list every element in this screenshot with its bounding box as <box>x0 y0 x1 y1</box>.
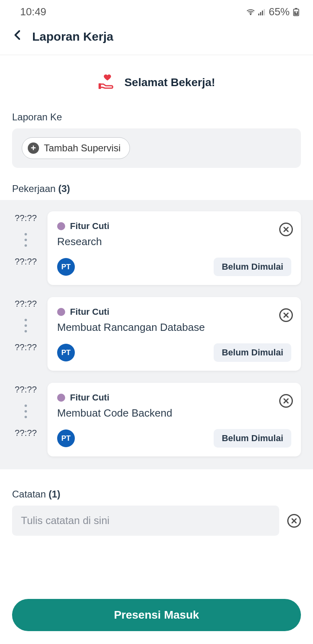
signal-icon <box>257 8 266 17</box>
presensi-masuk-button[interactable]: Presensi Masuk <box>12 599 301 631</box>
close-icon <box>283 226 289 233</box>
notes-section-label: Catatan (1) <box>0 485 313 506</box>
tag-dot-icon <box>57 222 65 230</box>
time-dots-icon <box>25 319 27 332</box>
task-tag: Fitur Cuti <box>57 221 291 231</box>
task-tag: Fitur Cuti <box>57 307 291 317</box>
back-button[interactable] <box>14 29 21 43</box>
close-icon <box>291 518 297 524</box>
task-footer: PT Belum Dimulai <box>57 343 291 362</box>
task-time-start: ??:?? <box>14 384 37 395</box>
status-badge: Belum Dimulai <box>214 429 291 448</box>
close-icon <box>283 398 289 404</box>
notes-label: Catatan <box>12 489 46 500</box>
task-row: ??:?? ??:?? Fitur Cuti Membuat Code Back… <box>12 383 301 456</box>
task-card[interactable]: Fitur Cuti Membuat Code Backend PT Belum… <box>47 383 301 456</box>
task-card[interactable]: Fitur Cuti Membuat Rancangan Database PT… <box>47 297 301 371</box>
chip-label: Tambah Supervisi <box>44 142 121 154</box>
task-remove-button[interactable] <box>279 394 293 408</box>
svg-rect-6 <box>295 8 297 9</box>
battery-icon <box>292 8 301 17</box>
greeting-text: Selamat Bekerja! <box>124 76 215 89</box>
notes-section: Catatan (1) <box>0 469 313 536</box>
tasks-count: (3) <box>58 183 70 194</box>
task-title: Membuat Rancangan Database <box>57 321 291 334</box>
status-bar: 10:49 65% <box>0 0 313 22</box>
heart-hand-icon <box>98 72 117 93</box>
task-title: Membuat Code Backend <box>57 407 291 419</box>
avatar: PT <box>57 344 75 361</box>
task-title: Research <box>57 235 291 248</box>
avatar: PT <box>57 258 75 276</box>
svg-rect-4 <box>264 9 265 15</box>
notes-count: (1) <box>49 489 60 500</box>
task-footer: PT Belum Dimulai <box>57 429 291 448</box>
task-time-column: ??:?? ??:?? <box>12 297 39 371</box>
time-dots-icon <box>25 233 27 247</box>
task-remove-button[interactable] <box>279 223 293 236</box>
task-time-column: ??:?? ??:?? <box>12 383 39 456</box>
supervisi-label: Laporan Ke <box>0 108 313 128</box>
task-remove-button[interactable] <box>279 308 293 322</box>
avatar: PT <box>57 429 75 447</box>
task-time-start: ??:?? <box>14 299 37 309</box>
task-tag-name: Fitur Cuti <box>70 307 109 317</box>
task-time-end: ??:?? <box>14 342 37 353</box>
task-time-start: ??:?? <box>14 213 37 223</box>
app-header: Laporan Kerja <box>0 22 313 55</box>
svg-rect-1 <box>258 13 259 15</box>
plus-icon: + <box>28 142 39 154</box>
battery-text: 65% <box>269 6 290 18</box>
svg-rect-9 <box>99 83 101 89</box>
time-dots-icon <box>25 405 27 418</box>
task-row: ??:?? ??:?? Fitur Cuti Membuat Rancangan… <box>12 297 301 371</box>
task-tag: Fitur Cuti <box>57 392 291 403</box>
status-right: 65% <box>246 6 301 18</box>
chevron-left-icon <box>14 29 21 41</box>
task-tag-name: Fitur Cuti <box>70 392 109 403</box>
task-time-end: ??:?? <box>14 256 37 267</box>
greeting: Selamat Bekerja! <box>0 55 313 108</box>
task-card[interactable]: Fitur Cuti Research PT Belum Dimulai <box>47 211 301 285</box>
task-list: ??:?? ??:?? Fitur Cuti Research PT Belum… <box>0 200 313 469</box>
note-input[interactable] <box>12 506 279 536</box>
note-input-row <box>0 506 313 536</box>
status-badge: Belum Dimulai <box>214 343 291 362</box>
task-time-column: ??:?? ??:?? <box>12 211 39 285</box>
svg-rect-2 <box>260 12 261 15</box>
tasks-label: Pekerjaan <box>12 183 56 194</box>
task-tag-name: Fitur Cuti <box>70 221 109 231</box>
tasks-section-label: Pekerjaan (3) <box>0 180 313 200</box>
close-icon <box>283 312 289 318</box>
tag-dot-icon <box>57 308 65 316</box>
svg-rect-3 <box>262 10 263 15</box>
tag-dot-icon <box>57 394 65 402</box>
note-clear-button[interactable] <box>287 514 301 528</box>
task-row: ??:?? ??:?? Fitur Cuti Research PT Belum… <box>12 211 301 285</box>
add-supervisi-chip[interactable]: + Tambah Supervisi <box>22 137 130 159</box>
task-footer: PT Belum Dimulai <box>57 258 291 276</box>
supervisi-container: + Tambah Supervisi <box>12 128 301 168</box>
task-time-end: ??:?? <box>14 428 37 438</box>
wifi-icon <box>246 8 255 17</box>
page-title: Laporan Kerja <box>32 30 113 43</box>
svg-point-0 <box>250 14 251 14</box>
status-badge: Belum Dimulai <box>214 258 291 276</box>
status-time: 10:49 <box>20 6 46 18</box>
